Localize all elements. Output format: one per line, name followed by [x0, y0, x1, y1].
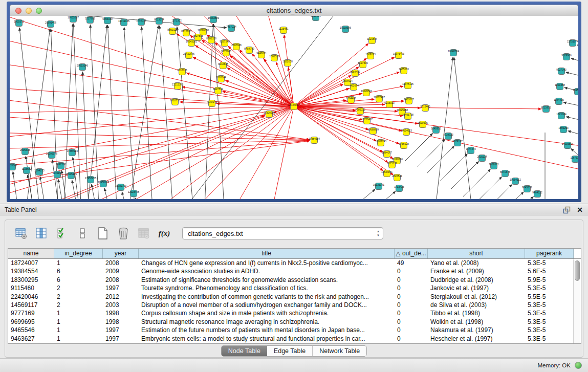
graph-node[interactable]: 6216013 — [384, 101, 395, 108]
column-header-out_de[interactable]: △ out_de... — [395, 249, 428, 258]
graph-node[interactable]: 12975115 — [402, 82, 413, 89]
graph-node[interactable]: 10719135 — [118, 19, 129, 26]
graph-node[interactable]: 9446821 — [256, 52, 267, 58]
table-cell[interactable]: 2009 — [103, 267, 139, 275]
table-cell[interactable]: 9115460 — [8, 284, 54, 292]
table-cell[interactable]: 0 — [395, 309, 428, 317]
table-cell[interactable]: 19384554 — [8, 267, 54, 275]
graph-node[interactable]: 22420046 — [183, 52, 194, 59]
table-row[interactable]: 946362711997Embryonic stem cells: a mode… — [8, 335, 581, 343]
graph-node[interactable]: 2718126 — [177, 69, 187, 75]
table-row[interactable]: 946554611997Estimation of the future num… — [8, 326, 581, 334]
graph-node[interactable]: 1125481 — [278, 27, 288, 34]
table-row[interactable]: 1456911722003Disruption of a novel membe… — [8, 301, 581, 309]
tab-node-table[interactable]: Node Table — [222, 346, 267, 356]
graph-node[interactable]: 1527602 — [85, 17, 95, 24]
column-header-pagerank[interactable]: pagerank — [525, 249, 574, 258]
graph-node[interactable]: 8427552 — [213, 87, 223, 94]
table-row[interactable]: 969969511998Structural magnetic resonanc… — [8, 318, 581, 326]
network-canvas[interactable]: 1905572206914061065528715276026466160107… — [10, 16, 578, 199]
graph-node[interactable]: 19218596 — [340, 26, 351, 33]
table-cell[interactable]: 0 — [395, 318, 428, 326]
graph-node[interactable]: 9463627 — [404, 98, 414, 104]
table-cell[interactable]: 0 — [395, 293, 428, 301]
table-cell[interactable]: Tourette syndrome. Phenomenology and cla… — [139, 284, 395, 292]
graph-node[interactable]: 1993336 — [136, 19, 146, 26]
table-cell[interactable]: Embryonic stem cells: a model to study s… — [139, 335, 395, 343]
graph-node[interactable]: 9115460 — [420, 105, 430, 112]
graph-node[interactable]: 6466160 — [102, 17, 113, 24]
graph-node[interactable]: 8197516 — [358, 61, 368, 68]
graph-node[interactable]: 7986322 — [355, 108, 365, 115]
table-cell[interactable]: Jankovic et al. (1997) — [428, 284, 525, 292]
rows-icon[interactable] — [76, 227, 89, 240]
graph-node[interactable]: 8912955 — [181, 30, 191, 36]
scrollbar-thumb[interactable] — [575, 260, 580, 281]
graph-node[interactable]: 8938923 — [443, 133, 453, 140]
graph-node[interactable]: 1572302 — [171, 19, 182, 26]
table-cell[interactable]: 5.3E-5 — [525, 259, 574, 267]
table-cell[interactable]: Genome-wide association studies in ADHD. — [139, 267, 395, 275]
table-cell[interactable]: 0 — [395, 267, 428, 275]
graph-node[interactable]: 1810755 — [170, 99, 180, 105]
graph-node[interactable]: 16245541 — [361, 90, 372, 96]
table-row[interactable]: 911546021997Tourette syndrome. Phenomeno… — [8, 284, 581, 292]
graph-node[interactable]: 1640955 — [431, 127, 441, 134]
table-cell[interactable]: 0 — [395, 326, 428, 334]
graph-node[interactable]: 2935114 — [477, 155, 487, 162]
graph-node[interactable]: 8454749 — [244, 47, 254, 54]
column-header-name[interactable]: name — [8, 249, 54, 258]
table-cell[interactable]: 1997 — [103, 284, 139, 292]
graph-node[interactable]: 8813054 — [311, 16, 321, 21]
table-cell[interactable]: 5.3E-5 — [525, 326, 574, 334]
graph-node[interactable]: 9756928 — [399, 142, 409, 149]
table-cell[interactable]: 1998 — [103, 318, 139, 326]
window-titlebar[interactable]: citations_edges.txt — [10, 5, 578, 16]
graph-node[interactable]: 7632621 — [489, 163, 499, 169]
table-select-combobox[interactable]: citations_edges.txt ▲▼ — [182, 227, 383, 239]
memory-ok-indicator[interactable] — [575, 362, 582, 369]
table-cell[interactable]: 5.6E-5 — [525, 267, 574, 275]
table-cell[interactable]: 1 — [54, 309, 103, 317]
table-cell[interactable]: Hescheler et al. (1997) — [428, 335, 525, 343]
close-window-button[interactable] — [15, 8, 21, 14]
table-cell[interactable]: 1 — [54, 259, 103, 267]
graph-node[interactable]: 4170041 — [207, 100, 217, 107]
table-cell[interactable]: 2 — [54, 301, 103, 309]
graph-node[interactable]: 1221597 — [367, 37, 377, 44]
graph-node[interactable]: 9327548 — [220, 40, 230, 47]
graph-node[interactable]: 9464122 — [532, 191, 542, 198]
function-builder-icon[interactable]: f(x) — [158, 227, 171, 240]
zoom-window-button[interactable] — [36, 8, 42, 14]
graph-node[interactable]: 1588520 — [269, 55, 279, 61]
delete-trash-icon[interactable] — [117, 227, 130, 240]
table-cell[interactable]: 0 — [395, 335, 428, 343]
table-cell[interactable]: 1997 — [103, 335, 139, 343]
graph-node[interactable]: 9097588 — [56, 163, 66, 169]
graph-node[interactable]: 13495758 — [402, 113, 413, 120]
table-cell[interactable]: Structural magnetic resonance image aver… — [139, 318, 395, 326]
table-cell[interactable]: 2 — [54, 284, 103, 292]
graph-node[interactable]: 15751074 — [567, 40, 578, 47]
graph-node[interactable]: 6679197 — [452, 140, 463, 146]
table-cell[interactable]: 6 — [54, 267, 103, 275]
graph-node[interactable]: 17359924 — [67, 149, 78, 156]
table-cell[interactable]: 5.9E-5 — [525, 276, 574, 284]
column-header-title[interactable]: title — [139, 249, 395, 258]
graph-node[interactable]: 1394275 — [34, 169, 45, 176]
float-panel-icon[interactable] — [563, 206, 571, 214]
graph-node[interactable]: 16033809 — [208, 16, 219, 23]
graph-node[interactable]: 1569293 — [558, 126, 569, 133]
table-row[interactable]: 2242004622012Investigating the contribut… — [8, 293, 581, 301]
table-cell[interactable]: 18724007 — [8, 259, 54, 267]
table-cell[interactable]: 1998 — [103, 309, 139, 317]
tab-edge-table[interactable]: Edge Table — [267, 346, 312, 356]
graph-node[interactable]: 16782753 — [115, 184, 126, 191]
graph-node[interactable]: 1595853 — [573, 89, 578, 95]
table-cell[interactable]: 2008 — [103, 276, 139, 284]
graph-node[interactable]: 1244415 — [554, 98, 564, 105]
row-check-icon[interactable] — [55, 227, 69, 240]
table-cell[interactable]: Stergiakouli et al. (2012) — [428, 293, 525, 301]
table-cell[interactable]: Changes of HCN gene expression and I(f) … — [139, 259, 395, 267]
table-cell[interactable]: 5.3E-5 — [525, 318, 574, 326]
